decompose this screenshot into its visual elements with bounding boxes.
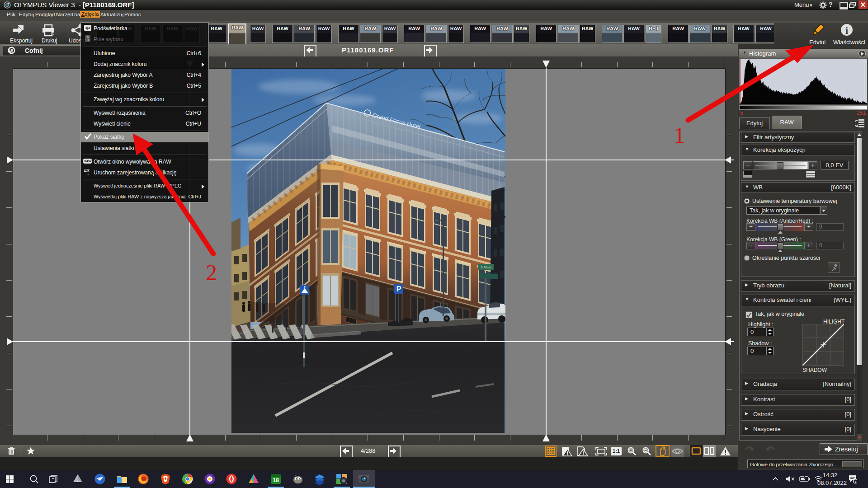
svg-text:1: 1 (854, 480, 857, 484)
svg-text:18: 18 (273, 477, 279, 483)
svg-text:3 Maja: 3 Maja (481, 265, 492, 269)
svg-text:i: i (845, 25, 848, 36)
svg-text:P: P (396, 285, 401, 293)
